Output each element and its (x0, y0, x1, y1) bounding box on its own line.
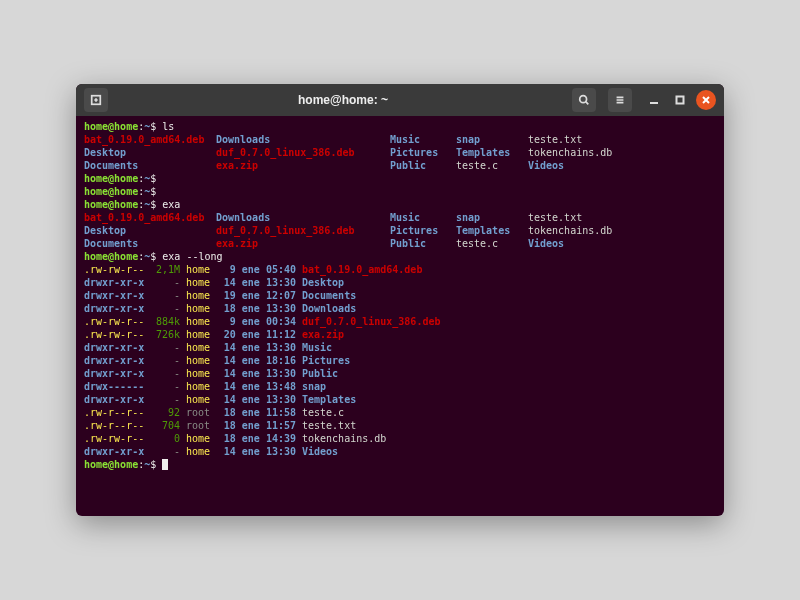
minimize-button[interactable] (644, 90, 664, 110)
list-item: .rw-rw-r--2,1Mhome 9 ene 05:40bat_0.19.0… (84, 263, 716, 276)
list-item: .rw-r--r--92root18 ene 11:58teste.c (84, 406, 716, 419)
terminal-body[interactable]: home@home:~$ lsbat_0.19.0_amd64.debDownl… (76, 116, 724, 479)
cursor (162, 459, 168, 470)
ls-output: bat_0.19.0_amd64.debDownloadsMusicsnapte… (84, 133, 716, 172)
list-item: drwxr-xr-x-home14 ene 13:30Templates (84, 393, 716, 406)
search-button[interactable] (572, 88, 596, 112)
new-tab-button[interactable] (84, 88, 108, 112)
maximize-button[interactable] (670, 90, 690, 110)
list-item: drwxr-xr-x-home19 ene 12:07Documents (84, 289, 716, 302)
window-title: home@home: ~ (114, 93, 572, 107)
terminal-window: home@home: ~ home@home:~$ lsbat_0.19.0_a… (76, 84, 724, 516)
svg-point-3 (580, 96, 587, 103)
exa-long-output: .rw-rw-r--2,1Mhome 9 ene 05:40bat_0.19.0… (84, 263, 716, 458)
list-item: drwxr-xr-x-home18 ene 13:30Downloads (84, 302, 716, 315)
svg-rect-9 (677, 97, 684, 104)
list-item: .rw-rw-r--0home18 ene 14:39tokenchains.d… (84, 432, 716, 445)
list-item: drwxr-xr-x-home14 ene 18:16Pictures (84, 354, 716, 367)
list-item: drwxr-xr-x-home14 ene 13:30Videos (84, 445, 716, 458)
list-item: drwxr-xr-x-home14 ene 13:30Music (84, 341, 716, 354)
menu-button[interactable] (608, 88, 632, 112)
list-item: .rw-rw-r--884khome 9 ene 00:34duf_0.7.0_… (84, 315, 716, 328)
list-item: drwx-------home14 ene 13:48snap (84, 380, 716, 393)
svg-line-4 (586, 102, 589, 105)
ls-output: bat_0.19.0_amd64.debDownloadsMusicsnapte… (84, 211, 716, 250)
list-item: .rw-rw-r--726khome20 ene 11:12exa.zip (84, 328, 716, 341)
list-item: drwxr-xr-x-home14 ene 13:30Desktop (84, 276, 716, 289)
list-item: drwxr-xr-x-home14 ene 13:30Public (84, 367, 716, 380)
list-item: .rw-r--r--704root18 ene 11:57teste.txt (84, 419, 716, 432)
titlebar: home@home: ~ (76, 84, 724, 116)
close-button[interactable] (696, 90, 716, 110)
